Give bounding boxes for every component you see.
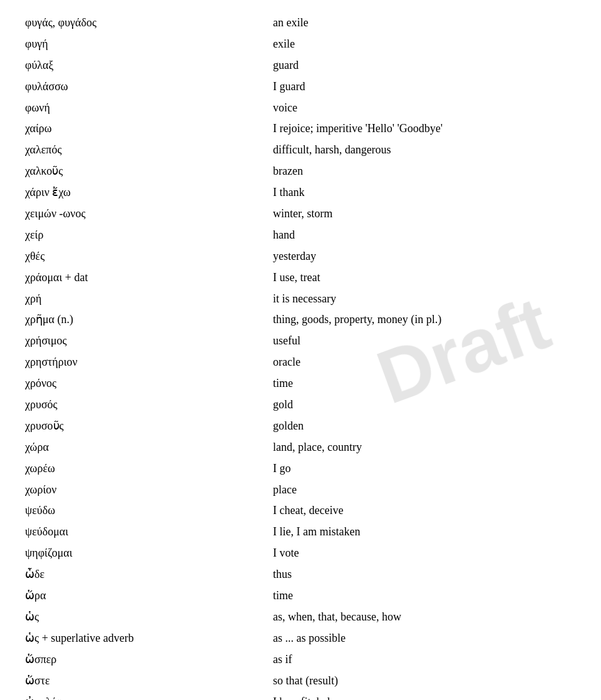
english-definition: I vote	[273, 543, 576, 564]
english-definition: as ... as possible	[273, 628, 576, 649]
page-content: Draft φυγάς, φυγάδοςan exileφυγήexileφύλ…	[0, 0, 601, 700]
english-definition: I use, treat	[273, 267, 576, 289]
greek-term: χθές	[25, 246, 273, 267]
table-row: χώραland, place, country	[25, 437, 576, 458]
greek-term: ὧδε	[25, 564, 273, 585]
english-definition: voice	[273, 98, 576, 119]
table-row: ὥσπερas if	[25, 649, 576, 671]
greek-term: ὡς	[25, 607, 273, 628]
greek-term: ψεύδομαι	[25, 522, 273, 543]
table-row: χράομαι + datI use, treat	[25, 267, 576, 289]
table-row: ὧδεthus	[25, 564, 576, 585]
greek-term: χρήσιμος	[25, 331, 273, 352]
greek-term: φύλαξ	[25, 55, 273, 76]
table-row: φυλάσσωI guard	[25, 76, 576, 98]
english-definition: hand	[273, 225, 576, 246]
english-definition: an exile	[273, 13, 576, 34]
table-row: χρυσοῦςgolden	[25, 416, 576, 437]
vocabulary-table: φυγάς, φυγάδοςan exileφυγήexileφύλαξguar…	[25, 13, 576, 700]
english-definition: place	[273, 480, 576, 501]
table-row: ὡς + superlative adverbas ... as possibl…	[25, 628, 576, 649]
english-definition: gold	[273, 394, 576, 416]
english-definition: thing, goods, property, money (in pl.)	[273, 309, 576, 331]
english-definition: guard	[273, 55, 576, 76]
english-definition: I rejoice; imperitive 'Hello' 'Goodbye'	[273, 118, 576, 140]
english-definition: yesterday	[273, 246, 576, 267]
table-row: χαλκοῦςbrazen	[25, 161, 576, 182]
table-row: χωρέωI go	[25, 458, 576, 480]
greek-term: χωρέω	[25, 458, 273, 480]
greek-term: ὥσπερ	[25, 649, 273, 671]
english-definition: as, when, that, because, how	[273, 607, 576, 628]
table-row: ὥραtime	[25, 585, 576, 607]
greek-term: χείρ	[25, 225, 273, 246]
table-row: ψηφίζομαιI vote	[25, 543, 576, 564]
english-definition: exile	[273, 34, 576, 55]
greek-term: φυγή	[25, 34, 273, 55]
table-row: χρῆμα (n.)thing, goods, property, money …	[25, 309, 576, 331]
greek-term: ψηφίζομαι	[25, 543, 273, 564]
greek-term: φυγάς, φυγάδος	[25, 13, 273, 34]
table-row: χειμών -ωνοςwinter, storm	[25, 203, 576, 225]
table-row: χαλεπόςdifficult, harsh, dangerous	[25, 140, 576, 161]
greek-term: χράομαι + dat	[25, 267, 273, 289]
table-row: χθέςyesterday	[25, 246, 576, 267]
greek-term: χωρίον	[25, 480, 273, 501]
table-row: χρόνοςtime	[25, 373, 576, 394]
english-definition: I cheat, deceive	[273, 500, 576, 522]
table-row: ὠφελέωI benefit, help	[25, 692, 576, 701]
english-definition: it is necessary	[273, 289, 576, 310]
table-row: χωρίονplace	[25, 480, 576, 501]
table-row: χείρhand	[25, 225, 576, 246]
table-row: φυγήexile	[25, 34, 576, 55]
table-row: χρήσιμοςuseful	[25, 331, 576, 352]
english-definition: brazen	[273, 161, 576, 182]
english-definition: thus	[273, 564, 576, 585]
greek-term: χάριν ἔχω	[25, 182, 273, 203]
table-row: χρυσόςgold	[25, 394, 576, 416]
english-definition: I thank	[273, 182, 576, 203]
table-row: φυγάς, φυγάδοςan exile	[25, 13, 576, 34]
greek-term: ὥρα	[25, 585, 273, 607]
table-row: χαίρωI rejoice; imperitive 'Hello' 'Good…	[25, 118, 576, 140]
table-row: φωνήvoice	[25, 98, 576, 119]
english-definition: I benefit, help	[273, 692, 576, 701]
greek-term: χαλκοῦς	[25, 161, 273, 182]
english-definition: oracle	[273, 352, 576, 373]
greek-term: χώρα	[25, 437, 273, 458]
english-definition: golden	[273, 416, 576, 437]
english-definition: land, place, country	[273, 437, 576, 458]
english-definition: I lie, I am mistaken	[273, 522, 576, 543]
table-row: χρηστήριονoracle	[25, 352, 576, 373]
table-row: ψεύδωI cheat, deceive	[25, 500, 576, 522]
table-row: ψεύδομαιI lie, I am mistaken	[25, 522, 576, 543]
greek-term: χρόνος	[25, 373, 273, 394]
english-definition: time	[273, 585, 576, 607]
greek-term: χρηστήριον	[25, 352, 273, 373]
english-definition: I go	[273, 458, 576, 480]
table-row: χρήit is necessary	[25, 289, 576, 310]
greek-term: ὥστε	[25, 671, 273, 692]
greek-term: ψεύδω	[25, 500, 273, 522]
table-row: φύλαξguard	[25, 55, 576, 76]
greek-term: ὠφελέω	[25, 692, 273, 701]
greek-term: χρυσός	[25, 394, 273, 416]
english-definition: useful	[273, 331, 576, 352]
greek-term: φυλάσσω	[25, 76, 273, 98]
greek-term: χαλεπός	[25, 140, 273, 161]
greek-term: χρυσοῦς	[25, 416, 273, 437]
greek-term: χρῆμα (n.)	[25, 309, 273, 331]
english-definition: so that (result)	[273, 671, 576, 692]
table-row: χάριν ἔχωI thank	[25, 182, 576, 203]
greek-term: φωνή	[25, 98, 273, 119]
greek-term: ὡς + superlative adverb	[25, 628, 273, 649]
table-row: ὥστεso that (result)	[25, 671, 576, 692]
english-definition: as if	[273, 649, 576, 671]
greek-term: χαίρω	[25, 118, 273, 140]
english-definition: difficult, harsh, dangerous	[273, 140, 576, 161]
greek-term: χειμών -ωνος	[25, 203, 273, 225]
english-definition: time	[273, 373, 576, 394]
table-row: ὡςas, when, that, because, how	[25, 607, 576, 628]
english-definition: winter, storm	[273, 203, 576, 225]
english-definition: I guard	[273, 76, 576, 98]
